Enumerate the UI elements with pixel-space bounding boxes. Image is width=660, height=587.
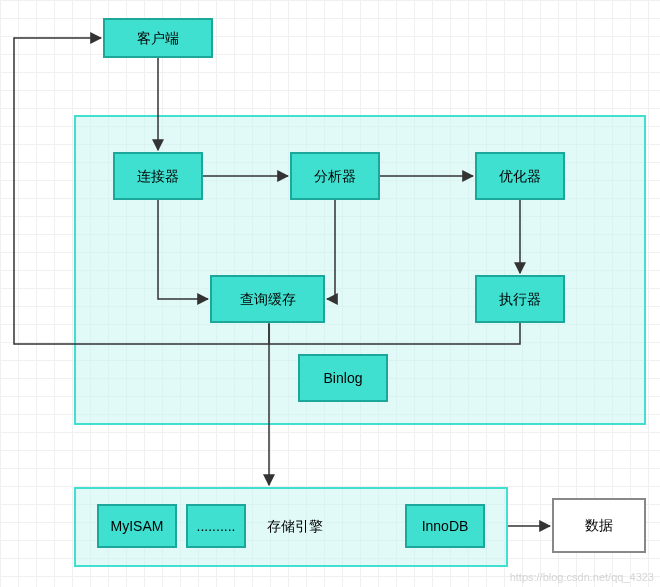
node-myisam: MyISAM — [97, 504, 177, 548]
node-connector: 连接器 — [113, 152, 203, 200]
node-storage-engine-label: 存储引擎 — [267, 518, 323, 535]
node-executor-label: 执行器 — [499, 291, 541, 308]
node-binlog: Binlog — [298, 354, 388, 402]
node-analyzer: 分析器 — [290, 152, 380, 200]
node-storage-engine: 存储引擎 — [240, 510, 350, 542]
node-query-cache: 查询缓存 — [210, 275, 325, 323]
node-innodb: InnoDB — [405, 504, 485, 548]
node-ellipsis-label: .......... — [197, 518, 236, 535]
node-query-cache-label: 查询缓存 — [240, 291, 296, 308]
node-myisam-label: MyISAM — [111, 518, 164, 535]
node-analyzer-label: 分析器 — [314, 168, 356, 185]
node-innodb-label: InnoDB — [422, 518, 469, 535]
node-optimizer: 优化器 — [475, 152, 565, 200]
node-optimizer-label: 优化器 — [499, 168, 541, 185]
node-executor: 执行器 — [475, 275, 565, 323]
node-binlog-label: Binlog — [324, 370, 363, 387]
node-client: 客户端 — [103, 18, 213, 58]
node-data-label: 数据 — [585, 517, 613, 534]
node-client-label: 客户端 — [137, 30, 179, 47]
watermark-text: https://blog.csdn.net/qq_4323 — [510, 571, 654, 583]
node-data: 数据 — [552, 498, 646, 553]
node-ellipsis: .......... — [186, 504, 246, 548]
watermark: https://blog.csdn.net/qq_4323 — [510, 571, 654, 583]
node-connector-label: 连接器 — [137, 168, 179, 185]
